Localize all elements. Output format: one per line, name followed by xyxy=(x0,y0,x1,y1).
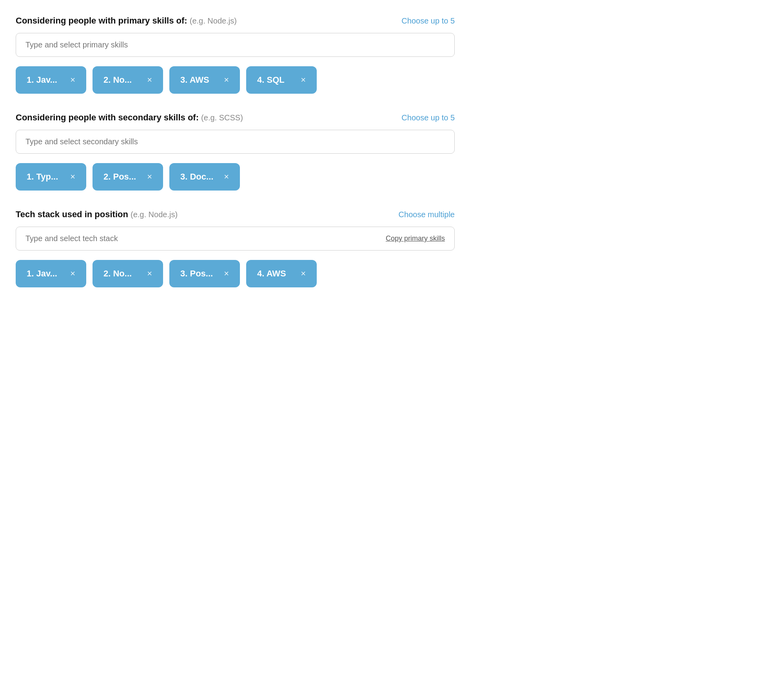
primary-skills-example: (e.g. Node.js) xyxy=(190,16,237,25)
secondary-skill-tag-3-close[interactable]: × xyxy=(224,173,229,181)
secondary-skill-tag-2-label: 2. Pos... xyxy=(103,172,140,182)
primary-skill-tag-3-label: 3. AWS xyxy=(180,75,217,85)
secondary-skills-input[interactable] xyxy=(25,137,445,146)
primary-skills-title: Considering people with primary skills o… xyxy=(16,16,237,26)
secondary-skills-header: Considering people with secondary skills… xyxy=(16,113,455,123)
primary-skill-tag-2-label: 2. No... xyxy=(103,75,140,85)
secondary-skills-tags: 1. Typ... × 2. Pos... × 3. Doc... × xyxy=(16,163,455,191)
primary-skills-tags: 1. Jav... × 2. No... × 3. AWS × 4. SQL × xyxy=(16,66,455,94)
secondary-skill-tag-3-label: 3. Doc... xyxy=(180,172,217,182)
primary-skills-choose-link[interactable]: Choose up to 5 xyxy=(401,16,455,25)
secondary-skill-tag-2-close[interactable]: × xyxy=(147,173,152,181)
secondary-skill-tag-1-label: 1. Typ... xyxy=(27,172,63,182)
tech-stack-tag-1-close[interactable]: × xyxy=(70,269,75,278)
tech-stack-tag-2-label: 2. No... xyxy=(103,269,140,279)
tech-stack-tag-4[interactable]: 4. AWS × xyxy=(246,260,317,287)
tech-stack-title: Tech stack used in position (e.g. Node.j… xyxy=(16,209,178,220)
primary-skills-input-wrapper xyxy=(16,33,455,57)
secondary-skills-choose-link[interactable]: Choose up to 5 xyxy=(401,113,455,122)
secondary-skills-section: Considering people with secondary skills… xyxy=(16,113,455,191)
tech-stack-tag-3-label: 3. Pos... xyxy=(180,269,217,279)
primary-skill-tag-1[interactable]: 1. Jav... × xyxy=(16,66,86,94)
tech-stack-header: Tech stack used in position (e.g. Node.j… xyxy=(16,209,455,220)
primary-skill-tag-2[interactable]: 2. No... × xyxy=(93,66,163,94)
primary-skills-input[interactable] xyxy=(25,40,445,49)
tech-stack-tag-3[interactable]: 3. Pos... × xyxy=(169,260,240,287)
secondary-skill-tag-1[interactable]: 1. Typ... × xyxy=(16,163,86,191)
secondary-skill-tag-3[interactable]: 3. Doc... × xyxy=(169,163,240,191)
tech-stack-choose-link[interactable]: Choose multiple xyxy=(399,210,455,219)
copy-primary-skills-link[interactable]: Copy primary skills xyxy=(386,234,445,243)
secondary-skills-example: (e.g. SCSS) xyxy=(201,113,243,122)
secondary-skills-title-text: Considering people with secondary skills… xyxy=(16,113,199,122)
tech-stack-tag-3-close[interactable]: × xyxy=(224,269,229,278)
tech-stack-tag-2-close[interactable]: × xyxy=(147,269,152,278)
primary-skills-section: Considering people with primary skills o… xyxy=(16,16,455,94)
primary-skill-tag-2-close[interactable]: × xyxy=(147,76,152,84)
primary-skill-tag-4-close[interactable]: × xyxy=(301,76,306,84)
primary-skill-tag-3[interactable]: 3. AWS × xyxy=(169,66,240,94)
tech-stack-tag-1[interactable]: 1. Jav... × xyxy=(16,260,86,287)
primary-skill-tag-4-label: 4. SQL xyxy=(257,75,294,85)
primary-skill-tag-1-label: 1. Jav... xyxy=(27,75,63,85)
tech-stack-section: Tech stack used in position (e.g. Node.j… xyxy=(16,209,455,287)
primary-skill-tag-1-close[interactable]: × xyxy=(70,76,75,84)
tech-stack-input-wrapper: Copy primary skills xyxy=(16,227,455,251)
tech-stack-example: (e.g. Node.js) xyxy=(131,210,178,219)
tech-stack-input[interactable] xyxy=(25,234,379,243)
primary-skills-title-text: Considering people with primary skills o… xyxy=(16,16,187,25)
tech-stack-title-text: Tech stack used in position xyxy=(16,209,128,219)
secondary-skill-tag-1-close[interactable]: × xyxy=(70,173,75,181)
tech-stack-tag-1-label: 1. Jav... xyxy=(27,269,63,279)
secondary-skill-tag-2[interactable]: 2. Pos... × xyxy=(93,163,163,191)
tech-stack-tags: 1. Jav... × 2. No... × 3. Pos... × 4. AW… xyxy=(16,260,455,287)
secondary-skills-input-wrapper xyxy=(16,130,455,154)
primary-skill-tag-4[interactable]: 4. SQL × xyxy=(246,66,317,94)
secondary-skills-title: Considering people with secondary skills… xyxy=(16,113,243,123)
primary-skill-tag-3-close[interactable]: × xyxy=(224,76,229,84)
primary-skills-header: Considering people with primary skills o… xyxy=(16,16,455,26)
tech-stack-tag-2[interactable]: 2. No... × xyxy=(93,260,163,287)
tech-stack-tag-4-close[interactable]: × xyxy=(301,269,306,278)
tech-stack-tag-4-label: 4. AWS xyxy=(257,269,294,279)
